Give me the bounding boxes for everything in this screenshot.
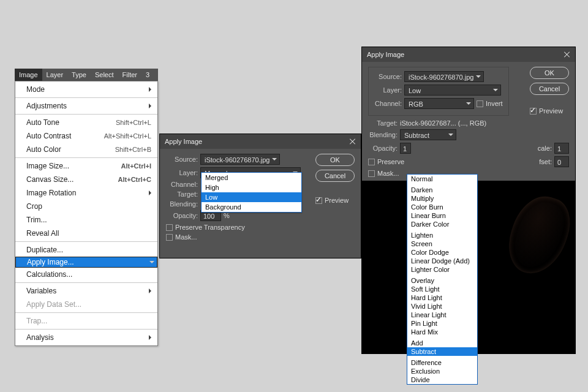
- blend-option[interactable]: Difference: [407, 358, 477, 367]
- preview-checkbox[interactable]: [530, 108, 537, 115]
- preview-label: Preview: [325, 197, 349, 204]
- source-select[interactable]: iStock-960276870.jpg: [200, 154, 280, 165]
- invert-label: Invert: [486, 100, 503, 107]
- menu-item-auto-contrast[interactable]: Auto ContrastAlt+Shift+Ctrl+L: [15, 129, 157, 143]
- source-label: Source:: [372, 73, 402, 80]
- blend-option[interactable]: Exclusion: [407, 367, 477, 375]
- menu-item-duplicate[interactable]: Duplicate...: [15, 243, 157, 257]
- blending-select[interactable]: Subtract: [400, 129, 456, 140]
- chevron-right-icon: [149, 288, 154, 293]
- invert-checkbox[interactable]: [477, 100, 483, 107]
- scale-input[interactable]: 1: [554, 143, 569, 154]
- menu-item-mode[interactable]: Mode: [15, 83, 157, 96]
- ok-button[interactable]: OK: [530, 67, 569, 79]
- opacity-label: Opacity:: [166, 212, 198, 219]
- blend-option[interactable]: Linear Burn: [407, 211, 477, 220]
- menu-item-trim[interactable]: Trim...: [15, 213, 157, 227]
- chevron-right-icon: [149, 87, 154, 92]
- menu-more[interactable]: 3: [141, 69, 154, 81]
- layer-label: Layer:: [372, 86, 402, 94]
- offset-input[interactable]: 0: [554, 156, 569, 167]
- mask-checkbox[interactable]: [166, 234, 173, 241]
- mask-label: Mask...: [175, 233, 197, 241]
- blend-option[interactable]: Color Burn: [407, 203, 477, 211]
- offset-label: fset:: [539, 158, 552, 165]
- menu-item-adjustments[interactable]: Adjustments: [15, 99, 157, 113]
- layer-option-merged[interactable]: Merged: [202, 173, 301, 183]
- blend-option[interactable]: Hard Mix: [407, 328, 477, 336]
- preview-label: Preview: [539, 107, 563, 115]
- menu-item-reveal-all[interactable]: Reveal All: [15, 227, 157, 240]
- blend-option-subtract[interactable]: Subtract: [407, 347, 477, 356]
- mask-checkbox[interactable]: [368, 170, 375, 177]
- blend-option[interactable]: Linear Dodge (Add): [407, 257, 477, 265]
- cancel-button[interactable]: Cancel: [315, 170, 355, 182]
- preserve-transparency-label: Preserve: [377, 158, 404, 165]
- target-label: Target:: [166, 190, 198, 198]
- preserve-transparency-checkbox[interactable]: [368, 159, 375, 165]
- preserve-transparency-checkbox[interactable]: [166, 224, 173, 231]
- blend-option[interactable]: Color Dodge: [407, 248, 477, 257]
- blend-option[interactable]: Screen: [407, 239, 477, 248]
- opacity-input[interactable]: 1: [400, 143, 411, 154]
- blend-option[interactable]: Lighter Color: [407, 265, 477, 274]
- menu-item-canvas-size[interactable]: Canvas Size...Alt+Ctrl+C: [15, 173, 157, 186]
- menu-type[interactable]: Type: [67, 69, 91, 81]
- blend-option[interactable]: Lighten: [407, 231, 477, 239]
- blend-option[interactable]: Divide: [407, 375, 477, 384]
- channel-label: Channel:: [166, 181, 198, 188]
- dialog-title: Apply Image: [367, 51, 404, 58]
- ok-button[interactable]: OK: [315, 154, 355, 166]
- menu-item-apply-image[interactable]: Apply Image...: [15, 257, 157, 268]
- dialog-titlebar[interactable]: Apply Image: [362, 47, 575, 62]
- percent-label: %: [224, 212, 230, 219]
- menu-item-image-size[interactable]: Image Size...Alt+Ctrl+I: [15, 159, 157, 173]
- close-icon[interactable]: [564, 51, 570, 58]
- blending-label: Blending:: [368, 131, 398, 138]
- chevron-right-icon: [149, 335, 154, 340]
- blend-option[interactable]: Darken: [407, 186, 477, 194]
- source-select[interactable]: iStock-960276870.jpg: [404, 71, 484, 82]
- menu-item-calculations[interactable]: Calculations...: [15, 268, 157, 281]
- blend-option[interactable]: Add: [407, 339, 477, 347]
- layer-option-low[interactable]: Low: [202, 192, 301, 202]
- menu-filter[interactable]: Filter: [118, 69, 141, 81]
- blend-option[interactable]: Linear Light: [407, 311, 477, 319]
- scale-label: cale:: [538, 145, 552, 152]
- menu-select[interactable]: Select: [91, 69, 118, 81]
- blend-option[interactable]: Hard Light: [407, 293, 477, 302]
- menu-image[interactable]: Image: [15, 69, 42, 81]
- opacity-label: Opacity:: [368, 145, 398, 152]
- menu-item-apply-data-set: Apply Data Set...: [15, 298, 157, 311]
- blend-option[interactable]: Overlay: [407, 276, 477, 285]
- menu-item-crop[interactable]: Crop: [15, 200, 157, 213]
- blend-option[interactable]: Vivid Light: [407, 302, 477, 311]
- blend-option[interactable]: Multiply: [407, 194, 477, 203]
- channel-select[interactable]: RGB: [404, 98, 474, 109]
- menubar[interactable]: Image Layer Type Select Filter 3: [15, 69, 158, 81]
- layer-option-background[interactable]: Background: [202, 202, 301, 212]
- menu-item-image-rotation[interactable]: Image Rotation: [15, 186, 157, 200]
- preview-checkbox[interactable]: [315, 197, 322, 204]
- blending-label: Blending:: [166, 200, 198, 208]
- menu-layer[interactable]: Layer: [42, 69, 68, 81]
- source-label: Source:: [166, 156, 198, 163]
- menu-item-auto-tone[interactable]: Auto ToneShift+Ctrl+L: [15, 116, 157, 129]
- menu-item-variables[interactable]: Variables: [15, 284, 157, 298]
- cancel-button[interactable]: Cancel: [530, 83, 569, 95]
- layer-dropdown-list: Merged High Low Background: [201, 172, 302, 213]
- menu-item-auto-color[interactable]: Auto ColorShift+Ctrl+B: [15, 143, 157, 156]
- dialog-titlebar[interactable]: Apply Image: [160, 134, 361, 149]
- blend-option[interactable]: Pin Light: [407, 319, 477, 328]
- close-icon[interactable]: [350, 138, 356, 145]
- blend-option[interactable]: Normal: [407, 175, 477, 183]
- layer-select[interactable]: Low: [404, 85, 501, 96]
- menu-item-analysis[interactable]: Analysis: [15, 331, 157, 344]
- blend-option[interactable]: Soft Light: [407, 285, 477, 293]
- channel-label: Channel:: [372, 100, 402, 107]
- preserve-transparency-label: Preserve Transparency: [175, 224, 245, 231]
- target-value: iStock-96027687... (..., RGB): [400, 119, 486, 127]
- layer-option-high[interactable]: High: [202, 183, 301, 192]
- mask-label: Mask...: [377, 170, 399, 177]
- blend-option[interactable]: Darker Color: [407, 220, 477, 228]
